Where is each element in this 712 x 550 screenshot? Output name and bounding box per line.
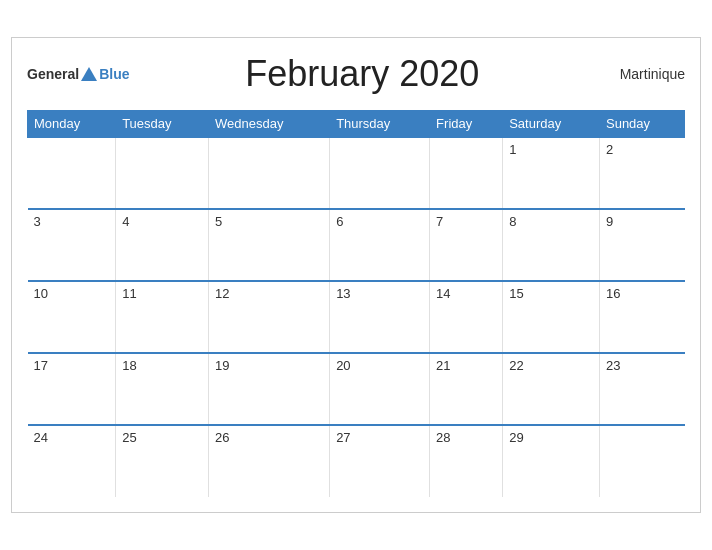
calendar-cell: 28: [430, 425, 503, 497]
day-number: 5: [215, 214, 222, 229]
header-saturday: Saturday: [503, 111, 600, 138]
calendar-week-row-3: 17181920212223: [28, 353, 685, 425]
day-number: 19: [215, 358, 229, 373]
calendar-cell: [330, 137, 430, 209]
header-tuesday: Tuesday: [116, 111, 209, 138]
location-label: Martinique: [595, 66, 685, 82]
calendar-week-row-2: 10111213141516: [28, 281, 685, 353]
calendar-cell: 21: [430, 353, 503, 425]
day-number: 9: [606, 214, 613, 229]
day-number: 23: [606, 358, 620, 373]
calendar-cell: 7: [430, 209, 503, 281]
calendar-cell: 10: [28, 281, 116, 353]
day-number: 6: [336, 214, 343, 229]
calendar-cell: [599, 425, 684, 497]
day-number: 10: [34, 286, 48, 301]
header-sunday: Sunday: [599, 111, 684, 138]
day-number: 13: [336, 286, 350, 301]
weekday-header-row: Monday Tuesday Wednesday Thursday Friday…: [28, 111, 685, 138]
calendar-cell: 9: [599, 209, 684, 281]
calendar-cell: 2: [599, 137, 684, 209]
day-number: 7: [436, 214, 443, 229]
calendar-cell: [116, 137, 209, 209]
day-number: 11: [122, 286, 136, 301]
calendar-cell: 1: [503, 137, 600, 209]
calendar-cell: 13: [330, 281, 430, 353]
day-number: 3: [34, 214, 41, 229]
calendar-cell: 17: [28, 353, 116, 425]
logo-triangle-icon: [81, 67, 97, 81]
day-number: 4: [122, 214, 129, 229]
day-number: 16: [606, 286, 620, 301]
calendar-week-row-0: 12: [28, 137, 685, 209]
day-number: 1: [509, 142, 516, 157]
calendar-cell: 27: [330, 425, 430, 497]
calendar-cell: 4: [116, 209, 209, 281]
calendar-cell: [208, 137, 329, 209]
day-number: 15: [509, 286, 523, 301]
calendar-cell: 18: [116, 353, 209, 425]
calendar-cell: 24: [28, 425, 116, 497]
header-thursday: Thursday: [330, 111, 430, 138]
day-number: 2: [606, 142, 613, 157]
calendar-cell: 8: [503, 209, 600, 281]
day-number: 8: [509, 214, 516, 229]
calendar-title: February 2020: [129, 53, 595, 95]
calendar-cell: 6: [330, 209, 430, 281]
calendar-cell: 22: [503, 353, 600, 425]
calendar-cell: 25: [116, 425, 209, 497]
day-number: 22: [509, 358, 523, 373]
header-wednesday: Wednesday: [208, 111, 329, 138]
calendar-cell: 16: [599, 281, 684, 353]
calendar-week-row-1: 3456789: [28, 209, 685, 281]
day-number: 24: [34, 430, 48, 445]
day-number: 20: [336, 358, 350, 373]
calendar-cell: 19: [208, 353, 329, 425]
calendar-cell: 20: [330, 353, 430, 425]
calendar-table: Monday Tuesday Wednesday Thursday Friday…: [27, 110, 685, 497]
day-number: 18: [122, 358, 136, 373]
calendar-cell: 26: [208, 425, 329, 497]
day-number: 28: [436, 430, 450, 445]
calendar-cell: [430, 137, 503, 209]
calendar-cell: 14: [430, 281, 503, 353]
day-number: 17: [34, 358, 48, 373]
calendar-header: General Blue February 2020 Martinique: [27, 48, 685, 100]
day-number: 21: [436, 358, 450, 373]
day-number: 26: [215, 430, 229, 445]
day-number: 29: [509, 430, 523, 445]
calendar-cell: 3: [28, 209, 116, 281]
header-friday: Friday: [430, 111, 503, 138]
day-number: 25: [122, 430, 136, 445]
day-number: 12: [215, 286, 229, 301]
calendar-cell: 11: [116, 281, 209, 353]
calendar-cell: 5: [208, 209, 329, 281]
calendar-week-row-4: 242526272829: [28, 425, 685, 497]
logo-general: General: [27, 66, 79, 82]
calendar-cell: [28, 137, 116, 209]
calendar-cell: 12: [208, 281, 329, 353]
calendar-cell: 15: [503, 281, 600, 353]
calendar-container: General Blue February 2020 Martinique Mo…: [11, 37, 701, 513]
calendar-cell: 23: [599, 353, 684, 425]
logo: General Blue: [27, 66, 129, 82]
day-number: 27: [336, 430, 350, 445]
logo-blue: Blue: [99, 66, 129, 82]
calendar-cell: 29: [503, 425, 600, 497]
header-monday: Monday: [28, 111, 116, 138]
day-number: 14: [436, 286, 450, 301]
